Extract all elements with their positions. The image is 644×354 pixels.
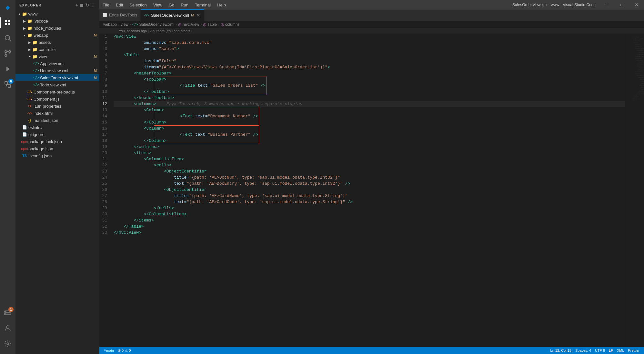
tree-arrow-www: ▾ — [17, 11, 22, 16]
line-num-14: 14 — [99, 113, 110, 119]
git-blame-text: Eryk Taszarek, 3 months ago • working se… — [156, 101, 302, 107]
code-line-27: title="{path: 'AE>CardName', type: 'sap.… — [114, 193, 625, 199]
tree-label-vscode: .vscode — [34, 19, 48, 24]
home-view-modified: M — [94, 69, 97, 73]
code-line-23: <ObjectIdentifier — [114, 168, 625, 174]
new-file-icon[interactable]: + — [75, 3, 78, 8]
code-line-28: text="{path: 'AE>CardCode', type: 'sap.u… — [114, 199, 625, 205]
sidebar-item-search[interactable] — [0, 30, 15, 46]
menu-selection[interactable]: Selection — [126, 1, 150, 9]
tree-item-gitignore[interactable]: 📄 gitignore — [15, 131, 99, 138]
tree-item-eslintrc[interactable]: 📄 eslintrc — [15, 124, 99, 131]
tree-item-vscode[interactable]: ▶ 📁 .vscode — [15, 17, 99, 25]
menu-go[interactable]: Go — [166, 1, 177, 9]
tree-label-www: www — [28, 12, 37, 16]
tree-item-assets[interactable]: ▶ 📁 assets — [15, 39, 99, 46]
status-line-col[interactable]: Ln 12, Col 18 — [548, 347, 573, 354]
breadcrumb-table-icon: ◎ — [203, 22, 206, 27]
status-prettier[interactable]: Prettier — [626, 347, 641, 354]
tab-close-salesorder[interactable]: ✕ — [196, 12, 201, 18]
git-branch-label: main — [106, 349, 114, 352]
tab-edge-devtools[interactable]: ⬜ Edge DevTools — [99, 9, 141, 21]
tree-item-manifest[interactable]: {} manifest.json — [15, 117, 99, 124]
tree-item-app-view[interactable]: </> App.view.xml — [15, 60, 99, 67]
new-folder-icon[interactable]: ◼ — [80, 3, 84, 8]
menu-file[interactable]: File — [99, 1, 113, 9]
tab-salesorder-view[interactable]: </> SalesOrder.view.xml M ✕ — [141, 9, 205, 21]
tree-item-home-view[interactable]: </> Home.view.xml M — [15, 67, 99, 74]
tree-item-package-json[interactable]: npm package.json — [15, 145, 99, 152]
line-num-16: 16 — [99, 125, 110, 132]
status-encoding[interactable]: UTF-8 — [593, 347, 607, 354]
tree-arrow-controller: ▶ — [27, 47, 32, 52]
sidebar-item-run[interactable] — [0, 61, 15, 77]
line-num-33: 33 — [99, 230, 110, 236]
sidebar-item-extensions[interactable]: 6 — [0, 77, 15, 92]
status-spaces[interactable]: Spaces: 4 — [573, 347, 593, 354]
breadcrumb-webapp[interactable]: webapp — [103, 22, 117, 27]
collapse-icon[interactable]: ⋮ — [91, 3, 96, 8]
tree-label-node-modules: node_modules — [34, 26, 61, 31]
tree-item-package-lock[interactable]: npm package-lock.json — [15, 138, 99, 145]
file-icon-todo-view: </> — [34, 82, 39, 87]
git-message-text: You, seconds ago | 2 authors (You and ot… — [119, 29, 192, 33]
editor[interactable]: 1 2 3 4 5 6 7 8 9 10 11 12 13 14 15 16 1… — [99, 34, 644, 347]
sidebar-header-icons: + ◼ ↻ ⋮ — [75, 3, 96, 8]
tree-item-component-preload[interactable]: JS Component-preload.js — [15, 88, 99, 95]
menu-view[interactable]: View — [150, 1, 166, 9]
status-git-branch[interactable]: ⑂ main — [102, 347, 116, 354]
main-area: File Edit Selection View Go Run Terminal… — [99, 0, 644, 354]
menu-run[interactable]: Run — [177, 1, 192, 9]
tree-item-webapp[interactable]: ▾ 📁 webapp M — [15, 32, 99, 39]
tree-item-controller[interactable]: ▶ 📁 controller — [15, 46, 99, 53]
sidebar-title: EXPLORER — [19, 3, 42, 7]
menu-help[interactable]: Help — [214, 1, 229, 9]
breadcrumb-table[interactable]: Table — [207, 22, 217, 27]
status-language[interactable]: XML — [615, 347, 626, 354]
line-col-label: Ln 12, Col 18 — [550, 349, 571, 352]
tree-item-todo-view[interactable]: </> Todo.view.xml — [15, 81, 99, 88]
file-icon-app-view: </> — [34, 61, 39, 66]
line-num-22: 22 — [99, 162, 110, 168]
sidebar-item-source-control[interactable] — [0, 46, 15, 61]
breadcrumb-columns[interactable]: columns — [225, 22, 240, 27]
tree-item-index-html[interactable]: </> index.html — [15, 110, 99, 117]
tree-item-view[interactable]: ▾ 📁 view M — [15, 53, 99, 60]
breadcrumb-view[interactable]: view — [121, 22, 128, 27]
tab-label-salesorder: SalesOrder.view.xml — [151, 13, 189, 18]
close-button[interactable]: ✕ — [629, 0, 644, 10]
refresh-icon[interactable]: ↻ — [85, 3, 89, 8]
breadcrumb-sep-2: › — [130, 22, 131, 27]
tree-label-manifest: manifest.json — [34, 118, 58, 123]
tree-item-salesorder-view[interactable]: </> SalesOrder.view.xml M — [15, 74, 99, 81]
breadcrumb-filename[interactable]: SalesOrder.view.xml — [139, 22, 174, 27]
tree-item-www[interactable]: ▾ 📁 www — [15, 10, 99, 17]
breadcrumb-mvcview[interactable]: mvc:View — [183, 22, 199, 27]
tree-label-eslintrc: eslintrc — [28, 125, 42, 130]
tree-label-salesorder-view: SalesOrder.view.xml — [40, 75, 78, 80]
tree-item-tsconfig[interactable]: TS tsconfig.json — [15, 152, 99, 159]
menu-terminal[interactable]: Terminal — [192, 1, 214, 9]
webapp-modified-badge: M — [94, 33, 97, 37]
language-label: XML — [617, 349, 624, 352]
sidebar-item-account[interactable] — [0, 320, 15, 336]
tree-item-node-modules[interactable]: ▶ 📁 node_modules — [15, 25, 99, 32]
code-area[interactable]: <mvc:View xmlns:mvc="sap.ui.core.mvc" xm… — [112, 34, 625, 347]
tree-item-component-js[interactable]: JS Component.js — [15, 95, 99, 103]
tree-item-i18n[interactable]: ⚙ i18n.properties — [15, 103, 99, 110]
svg-rect-0 — [5, 20, 7, 22]
status-eol[interactable]: LF — [607, 347, 615, 354]
tree-label-home-view: Home.view.xml — [40, 68, 68, 73]
line-num-29: 29 — [99, 205, 110, 211]
sidebar-item-remote[interactable]: 1 — [0, 305, 15, 320]
line-num-11: 11 — [99, 95, 110, 101]
menu-edit[interactable]: Edit — [113, 1, 126, 9]
minimize-button[interactable]: ─ — [599, 0, 614, 10]
sidebar-item-explorer[interactable] — [0, 15, 15, 30]
status-errors[interactable]: ⊗ 0 ⚠ 0 — [116, 347, 133, 354]
code-line-33: </mvc:View> — [114, 230, 625, 236]
sidebar-header: EXPLORER + ◼ ↻ ⋮ — [15, 0, 99, 10]
sidebar: EXPLORER + ◼ ↻ ⋮ ▾ 📁 www ▶ 📁 .vscode ▶ 📁… — [15, 0, 99, 354]
sidebar-item-settings[interactable] — [0, 336, 15, 351]
maximize-button[interactable]: □ — [614, 0, 629, 10]
